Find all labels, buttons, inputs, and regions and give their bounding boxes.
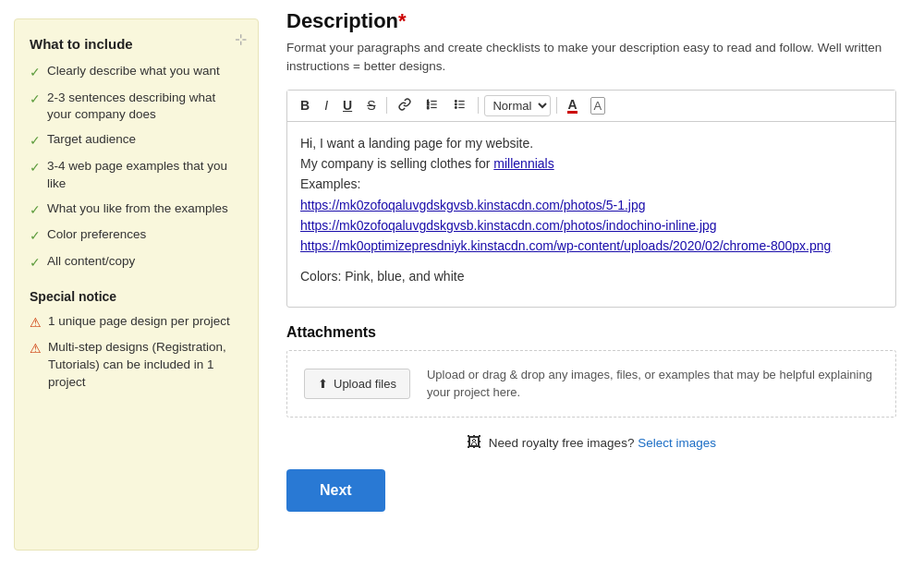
royalty-text: Need royalty free images? (489, 436, 635, 450)
toolbar-separator (478, 97, 479, 114)
main-content: Description* Format your paragraphs and … (259, 0, 924, 569)
checklist-item: ✓ What you like from the examples (30, 200, 243, 220)
page-subtitle: Format your paragraphs and create checkl… (286, 39, 896, 77)
svg-point-11 (456, 106, 457, 108)
toolbar-separator (386, 97, 387, 114)
royalty-icon: 🖼 (467, 434, 481, 450)
upload-icon: ⬆ (318, 377, 328, 391)
bold-button[interactable]: B (295, 95, 315, 115)
checklist-item: ✓ 3-4 web page examples that you like (30, 158, 243, 193)
check-icon: ✓ (30, 91, 41, 109)
description-editor[interactable]: B I U S 1 2 3 (286, 90, 896, 308)
format-select[interactable]: Normal (484, 95, 551, 116)
svg-point-9 (456, 100, 457, 102)
color-aa-label: A (590, 97, 606, 115)
italic-button[interactable]: I (319, 95, 334, 115)
check-icon: ✓ (30, 254, 41, 272)
millennials-link[interactable]: millennials (493, 156, 553, 171)
svg-point-10 (456, 103, 457, 105)
attachments-box: ⬆ Upload files Upload or drag & drop any… (286, 350, 896, 418)
upload-description: Upload or drag & drop any images, files,… (427, 366, 879, 402)
check-icon: ✓ (30, 64, 41, 82)
what-to-include-title: What to include (30, 36, 243, 52)
select-images-link[interactable]: Select images (638, 436, 716, 450)
strikethrough-button[interactable]: S (361, 95, 381, 115)
checklist: ✓ Clearly describe what you want ✓ 2-3 s… (30, 63, 243, 272)
notice-list: ⚠ 1 unique page design per project ⚠ Mul… (30, 313, 243, 392)
editor-link-3[interactable]: https://mk0optimizepresdniyk.kinstacdn.c… (300, 236, 882, 256)
royalty-row: 🖼 Need royalty free images? Select image… (286, 434, 896, 451)
toolbar-separator (556, 97, 557, 114)
next-button[interactable]: Next (286, 469, 385, 512)
warning-icon: ⚠ (30, 314, 42, 333)
text-highlight-button[interactable]: A (586, 95, 611, 116)
warning-icon: ⚠ (30, 340, 42, 358)
attachments-title: Attachments (286, 324, 896, 341)
example-link-2[interactable]: https://mk0zofoqaluvgdskgvsb.kinstacdn.c… (300, 218, 717, 233)
check-icon: ✓ (30, 132, 41, 151)
link-button[interactable] (393, 95, 417, 116)
required-asterisk: * (398, 9, 407, 32)
checklist-item: ✓ 2-3 sentences describing what your com… (30, 90, 243, 125)
editor-toolbar: B I U S 1 2 3 (287, 91, 895, 122)
example-link-3[interactable]: https://mk0optimizepresdniyk.kinstacdn.c… (300, 238, 831, 253)
checklist-item: ✓ Target audience (30, 131, 243, 151)
special-notice-title: Special notice (30, 289, 243, 304)
drag-icon: ⊹ (235, 30, 247, 48)
check-icon: ✓ (30, 201, 41, 220)
text-color-button[interactable]: A (563, 96, 581, 115)
attachments-section: Attachments ⬆ Upload files Upload or dra… (286, 324, 896, 418)
editor-line-4: Colors: Pink, blue, and white (300, 266, 882, 286)
unordered-list-button[interactable] (448, 95, 472, 116)
editor-link-2[interactable]: https://mk0zofoqaluvgdskgvsb.kinstacdn.c… (300, 215, 882, 236)
example-link-1[interactable]: https://mk0zofoqaluvgdskgvsb.kinstacdn.c… (300, 198, 646, 212)
editor-body[interactable]: Hi, I want a landing page for my website… (287, 122, 895, 307)
ordered-list-button[interactable]: 1 2 3 (420, 95, 444, 116)
notice-item: ⚠ Multi-step designs (Registration, Tuto… (30, 339, 243, 392)
underline-button[interactable]: U (337, 95, 358, 115)
editor-line-3: Examples: (300, 174, 882, 194)
notice-item: ⚠ 1 unique page design per project (30, 313, 243, 333)
color-a-label: A (567, 98, 577, 114)
editor-link-1[interactable]: https://mk0zofoqaluvgdskgvsb.kinstacdn.c… (300, 195, 882, 215)
editor-line-1: Hi, I want a landing page for my website… (300, 133, 882, 153)
editor-line-2: My company is selling clothes for millen… (300, 153, 882, 174)
page-title: Description* (286, 9, 896, 33)
check-icon: ✓ (30, 159, 41, 177)
checklist-item: ✓ Clearly describe what you want (30, 63, 243, 82)
check-icon: ✓ (30, 227, 41, 246)
checklist-item: ✓ Color preferences (30, 226, 243, 246)
checklist-item: ✓ All content/copy (30, 253, 243, 272)
sidebar: ⊹ What to include ✓ Clearly describe wha… (14, 18, 259, 551)
upload-files-button[interactable]: ⬆ Upload files (304, 369, 410, 399)
svg-text:3: 3 (428, 105, 430, 109)
